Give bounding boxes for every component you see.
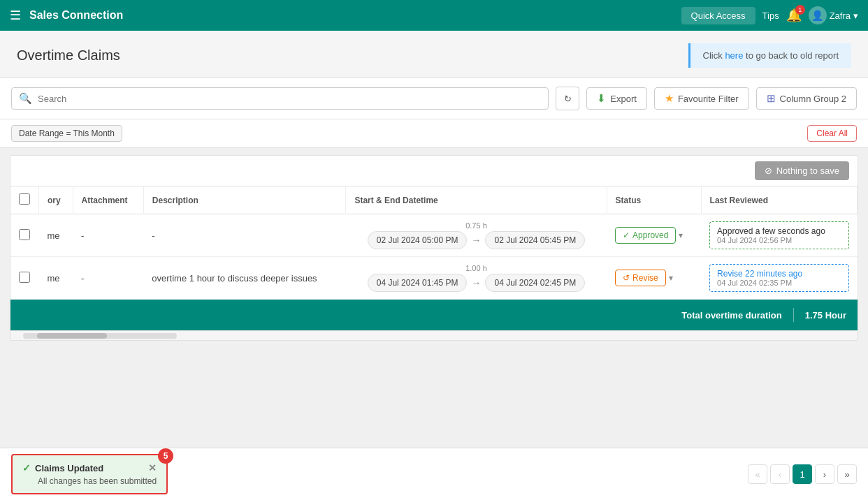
row-ory: me [39, 257, 73, 300]
export-label: Export [610, 94, 637, 104]
status-revise-badge[interactable]: ↺ Revise [615, 270, 666, 286]
first-page-button[interactable]: « [748, 464, 767, 484]
last-page-button[interactable]: » [837, 464, 857, 484]
page-1-button[interactable]: 1 [793, 464, 812, 484]
page-header: Overtime Claims Click here to go back to… [0, 31, 868, 78]
user-name: Zafra [830, 10, 851, 21]
favourite-filter-button[interactable]: ★ Favourite Filter [654, 87, 749, 110]
toast-title: Claims Updated [35, 463, 103, 473]
prev-page-button[interactable]: ‹ [770, 464, 790, 484]
old-report-suffix: to go back to old report [743, 50, 839, 61]
header-description: Description [143, 186, 346, 214]
table-header-row: ory Attachment Description Start & End D… [10, 186, 858, 214]
row-checkbox[interactable] [19, 272, 30, 283]
header-datetime: Start & End Datetime [346, 186, 607, 214]
end-datetime: 02 Jul 2024 05:45 PM [485, 231, 585, 249]
toast-notification: ✓ Claims Updated ✕ All changes has been … [11, 454, 168, 494]
nothing-save-icon: ⊘ [765, 166, 772, 176]
toast-body: All changes has been submitted [22, 476, 157, 486]
refresh-button[interactable]: ↻ [556, 87, 579, 110]
column-icon: ⊞ [767, 92, 776, 105]
clear-all-button[interactable]: Clear All [807, 125, 857, 142]
favourite-label: Favourite Filter [678, 94, 739, 104]
date-range-filter-chip[interactable]: Date Range = This Month [11, 125, 122, 142]
header-attachment: Attachment [73, 186, 143, 214]
header-checkbox-cell [10, 186, 39, 214]
user-menu[interactable]: 👤 Zafra ▾ [809, 6, 858, 24]
last-reviewed-approved: Approved a few seconds ago 04 Jul 2024 0… [709, 221, 848, 249]
row-checkbox-cell [10, 257, 39, 300]
scroll-thumb[interactable] [37, 333, 107, 339]
row-datetime: 1.00 h 04 Jul 2024 01:45 PM → 04 Jul 202… [346, 257, 607, 300]
app-title: Sales Connection [29, 9, 673, 22]
notification-badge: 1 [795, 5, 805, 15]
page-title: Overtime Claims [17, 47, 688, 64]
row-status: ↺ Revise ▾ [607, 257, 701, 300]
old-report-banner: Click here to go back to old report [688, 43, 851, 68]
tips-button[interactable]: Tips [762, 10, 779, 21]
duration-label: 0.75 h [465, 221, 487, 230]
row-status: ✓ Approved ▾ [607, 214, 701, 257]
row-checkbox[interactable] [19, 229, 30, 240]
search-box[interactable]: 🔍 [11, 87, 549, 110]
duration-label: 1.00 h [465, 264, 487, 272]
filter-bar: Date Range = This Month Clear All [0, 119, 868, 148]
status-approved-badge[interactable]: ✓ Approved [615, 227, 676, 244]
select-all-checkbox[interactable] [19, 193, 30, 205]
footer-value: 1.75 Hour [805, 310, 846, 321]
header-ory: ory [39, 186, 73, 214]
approved-icon: ✓ [623, 230, 630, 240]
footer-label: Total overtime duration [22, 310, 793, 321]
user-chevron-icon: ▾ [853, 10, 858, 21]
last-reviewed-date: 04 Jul 2024 02:35 PM [717, 279, 841, 287]
quick-access-button[interactable]: Quick Access [681, 7, 755, 24]
arrow-icon: → [471, 235, 481, 246]
approved-label: Approved [632, 230, 668, 240]
row-description: overtime 1 hour to discuss deeper issues [143, 257, 346, 300]
last-reviewed-label: Approved a few seconds ago [717, 226, 841, 236]
notification-bell[interactable]: 🔔 1 [786, 8, 802, 23]
table-area: ⊘ Nothing to save ory Attachment Descrip… [10, 155, 858, 341]
export-button[interactable]: ⬇ Export [586, 87, 647, 110]
end-datetime: 04 Jul 2024 02:45 PM [485, 274, 585, 292]
row-description: - [143, 214, 346, 257]
status-chevron-icon[interactable]: ▾ [679, 230, 683, 240]
row-attachment: - [73, 257, 143, 300]
arrow-icon: → [471, 277, 481, 288]
horizontal-scrollbar[interactable] [10, 330, 858, 340]
avatar: 👤 [809, 6, 827, 24]
old-report-link[interactable]: here [725, 50, 743, 61]
toast-badge: 5 [158, 448, 173, 464]
export-icon: ⬇ [597, 92, 606, 105]
claims-table: ory Attachment Description Start & End D… [10, 186, 858, 300]
nothing-to-save-button: ⊘ Nothing to save [755, 161, 849, 180]
nav-right-section: Quick Access Tips 🔔 1 👤 Zafra ▾ [681, 6, 858, 24]
pagination: « ‹ 1 › » [748, 464, 857, 484]
bottom-bar: ✓ Claims Updated ✕ All changes has been … [0, 448, 868, 500]
column-group-button[interactable]: ⊞ Column Group 2 [756, 87, 857, 110]
row-checkbox-cell [10, 214, 39, 257]
next-page-button[interactable]: › [815, 464, 834, 484]
search-input[interactable] [38, 94, 541, 104]
status-chevron-icon[interactable]: ▾ [669, 273, 673, 283]
datetime-row: 04 Jul 2024 01:45 PM → 04 Jul 2024 02:45… [368, 274, 586, 292]
table-row: me - - 0.75 h 02 Jul 2024 05:00 PM → 02 … [10, 214, 858, 257]
toolbar: 🔍 ↻ ⬇ Export ★ Favourite Filter ⊞ Column… [0, 78, 868, 119]
row-last-reviewed: Revise 22 minutes ago 04 Jul 2024 02:35 … [701, 257, 857, 300]
refresh-icon: ↻ [564, 94, 572, 104]
menu-icon[interactable]: ☰ [10, 8, 21, 23]
old-report-text: Click [703, 50, 725, 61]
footer-divider [793, 308, 794, 322]
toast-check-icon: ✓ [22, 462, 31, 473]
last-reviewed-revise: Revise 22 minutes ago 04 Jul 2024 02:35 … [709, 264, 848, 292]
datetime-row: 02 Jul 2024 05:00 PM → 02 Jul 2024 05:45… [368, 231, 586, 249]
last-reviewed-date: 04 Jul 2024 02:56 PM [717, 236, 841, 244]
revise-icon: ↺ [623, 273, 630, 283]
revise-label: Revise [632, 273, 658, 283]
top-navigation: ☰ Sales Connection Quick Access Tips 🔔 1… [0, 0, 868, 31]
scroll-track [23, 333, 177, 339]
column-label: Column Group 2 [780, 94, 846, 104]
toast-close-button[interactable]: ✕ [148, 462, 157, 473]
header-last-reviewed: Last Reviewed [701, 186, 857, 214]
header-status: Status [607, 186, 701, 214]
